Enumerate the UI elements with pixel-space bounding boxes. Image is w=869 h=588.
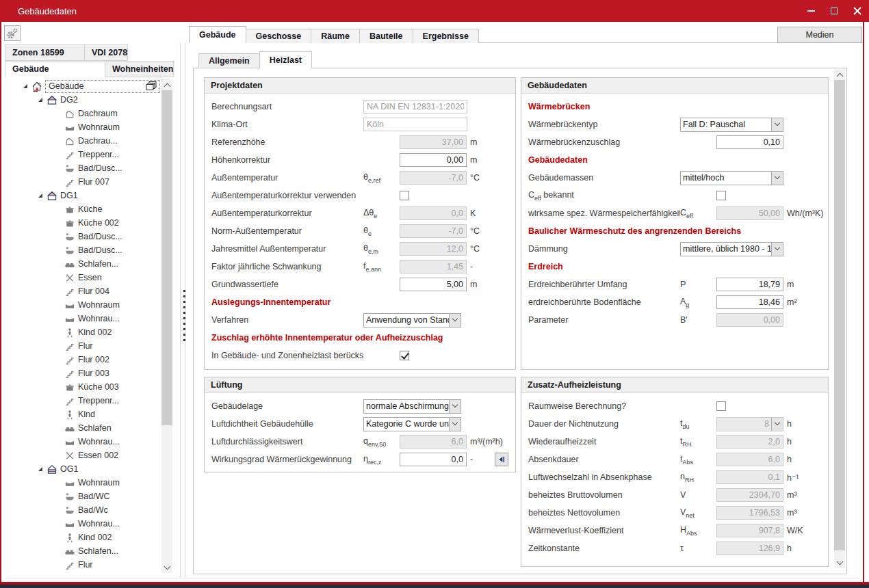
tab-geschosse[interactable]: Geschosse xyxy=(246,29,312,43)
wärmebrückenzuschlag-input[interactable] xyxy=(716,135,783,149)
wiederaufheizzeit-input xyxy=(716,435,783,449)
tab-gebäude[interactable]: Gebäude xyxy=(189,26,246,43)
erdreichberührter-umfang-input[interactable] xyxy=(716,278,783,291)
expander-icon[interactable] xyxy=(22,83,31,90)
tree-item-schlafen[interactable]: Schlafen... xyxy=(4,544,161,558)
gebäudemassen-select[interactable]: mittel/hoch xyxy=(680,171,783,185)
tree-item-flur-004[interactable]: Flur 004 xyxy=(4,284,161,298)
in-gebäude-und-zonenheizlast-berücksichtigen-checkbox[interactable] xyxy=(400,351,409,360)
bed-icon xyxy=(64,546,75,557)
tree-item-bad-wc[interactable]: Bad/WC xyxy=(4,490,161,503)
tree-item-wohnraum[interactable]: Wohnraum xyxy=(4,120,161,134)
close-button[interactable] xyxy=(846,0,869,22)
expander-icon[interactable] xyxy=(37,466,47,472)
main-scrollbar[interactable] xyxy=(834,69,845,568)
wirkungsgrad-wärmerückgewinnung-input[interactable] xyxy=(400,453,467,466)
tree-item-treppenr[interactable]: Treppenr... xyxy=(4,148,161,161)
scrollbar-thumb[interactable] xyxy=(161,90,172,425)
tree-item-küche[interactable]: Küche xyxy=(4,202,161,216)
tree-item-label: Bad/Dusc... xyxy=(78,232,122,241)
tree-item-treppenr[interactable]: Treppenr... xyxy=(4,394,161,407)
scroll-up-button[interactable] xyxy=(834,69,845,80)
dropdown-arrow-button[interactable] xyxy=(449,400,461,413)
expander-icon[interactable] xyxy=(37,96,47,103)
symbol: B' xyxy=(680,315,716,325)
minimize-button[interactable] xyxy=(799,0,822,22)
tab-räume[interactable]: Räume xyxy=(311,29,360,43)
settings-button[interactable] xyxy=(4,25,21,41)
scroll-up-button[interactable] xyxy=(161,79,172,90)
tree-item-og1[interactable]: OG1 xyxy=(4,462,161,476)
dauer-der-nichtnutzung-select: 8 xyxy=(716,417,783,431)
tree-item-wohnrau[interactable]: Wohnrau... xyxy=(4,312,161,325)
symbol: HAbs xyxy=(680,525,716,537)
expander-icon[interactable] xyxy=(37,192,47,199)
tab-heizlast[interactable]: Heizlast xyxy=(259,51,312,68)
tab-zonen-18599[interactable]: Zonen 18599 xyxy=(5,44,85,61)
tree-item-dg2[interactable]: DG2 xyxy=(4,93,161,107)
dropdown-arrow-button[interactable] xyxy=(771,118,783,131)
tree-item-küche-003[interactable]: Küche 003 xyxy=(4,380,161,394)
tree-item-gebäude[interactable]: Gebäude xyxy=(4,79,161,93)
gebäudelage-select[interactable]: normale Abschirmung xyxy=(363,399,461,414)
tree-item-schlafen[interactable]: Schlafen xyxy=(4,421,161,435)
außentemperaturkorrektur-verwenden-checkbox[interactable] xyxy=(400,191,409,200)
tab-wohneinheiten[interactable]: Wohneinheiten xyxy=(105,61,174,77)
tree-item-bad-wc[interactable]: Bad/Wc xyxy=(4,503,161,517)
tab-vdi-2078[interactable]: VDI 2078 xyxy=(84,44,128,61)
tab-allgemein[interactable]: Allgemein xyxy=(198,53,260,68)
tree-item-flur[interactable]: Flur xyxy=(4,339,161,353)
panel-splitter[interactable] xyxy=(182,290,186,342)
tree-item-flur-002[interactable]: Flur 002 xyxy=(4,353,161,366)
tree-item-bad-dusc[interactable]: Bad/Dusc... xyxy=(4,243,161,257)
copy-icon[interactable] xyxy=(145,81,157,92)
apply-value-button[interactable] xyxy=(495,453,508,466)
tree-item-flur-003[interactable]: Flur 003 xyxy=(4,366,161,380)
tree-item-dg1[interactable]: DG1 xyxy=(4,189,161,202)
scrollbar-track[interactable] xyxy=(834,80,845,557)
scrollbar-thumb[interactable] xyxy=(834,80,845,550)
tree-item-bad-dusc[interactable]: Bad/Dusc... xyxy=(4,161,161,175)
luftdichtheit-gebäudehülle-select[interactable]: Kategorie C wurde und xyxy=(363,417,461,431)
tree-item-küche-002[interactable]: Küche 002 xyxy=(4,216,161,230)
tree-item-wohnrau[interactable]: Wohnrau... xyxy=(4,517,161,531)
tree-item-essen-002[interactable]: Essen 002 xyxy=(4,449,161,462)
tree-item-dachrau[interactable]: Dachrau... xyxy=(4,134,161,148)
tree-item-flur-007[interactable]: Flur 007 xyxy=(4,175,161,189)
tree-item-kind-002[interactable]: Kind 002 xyxy=(4,531,161,544)
tree-item-wohnrau[interactable]: Wohnrau... xyxy=(4,435,161,449)
tab-gebäude[interactable]: Gebäude xyxy=(5,61,105,77)
tree-item-kind[interactable]: Kind xyxy=(4,407,161,421)
verfahren-select[interactable]: Anwendung von Standa xyxy=(363,313,461,328)
scroll-down-button[interactable] xyxy=(161,562,172,573)
dropdown-arrow-button[interactable] xyxy=(449,314,461,327)
tree-item-dachraum[interactable]: Dachraum xyxy=(4,107,161,120)
tree-scrollbar[interactable] xyxy=(161,79,172,573)
maximize-button[interactable] xyxy=(822,0,846,22)
medien-button[interactable]: Medien xyxy=(777,27,862,43)
tab-bauteile[interactable]: Bauteile xyxy=(359,29,413,43)
raumweise-berechnung-checkbox[interactable] xyxy=(716,401,726,411)
tree-item-schlafen[interactable]: Schlafen... xyxy=(4,257,161,271)
tree-item-flur[interactable]: Flur xyxy=(4,558,161,572)
scrollbar-track[interactable] xyxy=(161,90,172,562)
scroll-down-button[interactable] xyxy=(834,557,845,568)
floor-icon xyxy=(47,95,57,105)
parameter-input xyxy=(716,313,783,327)
tree-item-kind-002[interactable]: Kind 002 xyxy=(4,325,161,339)
dropdown-arrow-button[interactable] xyxy=(771,243,783,256)
tree-item-bad-dusc[interactable]: Bad/Dusc... xyxy=(4,230,161,243)
wärmebrückentyp-select[interactable]: Fall D: Pauschal xyxy=(680,118,783,132)
dämmung-select[interactable]: mittlere, üblich 1980 - 1 xyxy=(680,242,783,256)
höhenkorrektur-input[interactable] xyxy=(400,153,467,167)
tree-item-essen[interactable]: Essen xyxy=(4,271,161,284)
erdreichberührte-bodenfläche-input[interactable] xyxy=(716,295,783,309)
dropdown-arrow-button[interactable] xyxy=(771,172,783,185)
dropdown-arrow-button[interactable] xyxy=(449,418,461,431)
tree-item-wohnraum[interactable]: Wohnraum xyxy=(4,476,161,490)
grundwassertiefe-input[interactable] xyxy=(400,278,467,291)
tree-item-wohnraum[interactable]: Wohnraum xyxy=(4,298,161,312)
ceff-bekannt-checkbox[interactable] xyxy=(716,191,726,200)
tab-ergebnisse[interactable]: Ergebnisse xyxy=(413,29,479,43)
tree-item-label: Kind 002 xyxy=(78,533,112,542)
